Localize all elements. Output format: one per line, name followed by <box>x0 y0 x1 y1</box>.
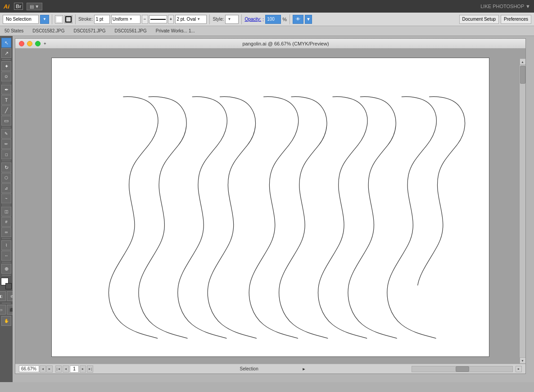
stroke-line-preview <box>150 19 166 20</box>
stroke-plus-btn[interactable]: + <box>168 15 174 24</box>
visibility-dropdown-btn[interactable]: ▼ <box>305 15 312 24</box>
mesh-icon: # <box>5 220 7 224</box>
document-titlebar: ✦ pangolin.ai @ 66.67% (CMYK/Preview) <box>15 39 525 49</box>
menu-dropdown-arrow: ▼ <box>35 4 39 9</box>
scroll-down-btn[interactable]: ▼ <box>520 357 526 364</box>
color-mode-btn[interactable]: ◧ <box>0 291 6 301</box>
scroll-track-right[interactable] <box>520 65 526 357</box>
mesh-tool-btn[interactable]: # <box>1 217 11 227</box>
stroke-value-input[interactable] <box>94 15 110 24</box>
top-menu-bar: Ai Br ▤ ▼ LIKE PHOTOSHOP ▼ <box>0 0 534 13</box>
document-window: ✦ pangolin.ai @ 66.67% (CMYK/Preview) <box>15 38 526 374</box>
br-logo-icon[interactable]: Br <box>14 3 23 10</box>
left-toolbar: ↖ ↗ ✦ ⊙ ✒ T ╱ ▭ ✎ ✏ ◻ <box>0 36 13 382</box>
tool-sep-7 <box>2 262 11 262</box>
hand-tool-btn[interactable]: ✋ <box>1 316 11 326</box>
tab-private-works[interactable]: Private Works... 1... <box>151 28 199 33</box>
document-setup-button[interactable]: Document Setup <box>459 15 499 24</box>
type-tool-btn[interactable]: T <box>1 95 11 105</box>
stroke-preview <box>149 15 167 23</box>
pen-tool-btn[interactable]: ✒ <box>1 85 11 95</box>
zoom-down-btn[interactable]: ◄ <box>40 365 46 373</box>
main-toolbar: No Selection ▼ Stroke: Uniform ▼ − + 2 p… <box>0 13 534 26</box>
fill-color-inner <box>56 16 62 23</box>
direct-selection-tool-btn[interactable]: ↗ <box>1 48 11 58</box>
gradient-tool-btn[interactable]: ◫ <box>1 207 11 216</box>
menu-grid-icon: ▤ <box>30 4 34 9</box>
warp-tool-btn[interactable]: ~ <box>1 194 11 203</box>
horizontal-scrollbar[interactable] <box>412 366 513 372</box>
no-selection-dropdown[interactable]: ▼ <box>40 15 49 24</box>
tool-sep-5 <box>2 205 11 205</box>
tool-sep-1 <box>2 59 11 60</box>
scroll-thumb-right[interactable] <box>520 66 525 84</box>
minimize-button[interactable] <box>27 41 32 46</box>
selection-tool-icon: ↖ <box>5 40 9 46</box>
paintbrush-tool-btn[interactable]: ✎ <box>1 129 11 139</box>
tab-dsc01561[interactable]: DSC01561.JPG <box>110 28 151 33</box>
eraser-icon: ◻ <box>5 153 8 157</box>
measure-tool-btn[interactable]: ↔ <box>1 251 11 261</box>
brush-dropdown[interactable]: 2 pt. Oval ▼ <box>175 15 207 24</box>
normal-screen-btn[interactable]: ▭ <box>0 305 6 315</box>
stroke-type-dropdown[interactable]: Uniform ▼ <box>111 15 140 24</box>
lasso-tool-btn[interactable]: ⊙ <box>1 72 11 81</box>
next-page-btn[interactable]: ► <box>80 365 86 373</box>
style-dropdown[interactable]: ▼ <box>225 15 239 24</box>
tab-dsc01582[interactable]: DSC01582.JPG <box>28 28 69 33</box>
brush-arrow: ▼ <box>197 17 200 21</box>
opacity-input[interactable] <box>265 15 281 24</box>
selection-group: No Selection ▼ <box>3 15 49 24</box>
artboard <box>51 58 489 357</box>
hand-icon: ✋ <box>4 319 9 323</box>
visibility-btn[interactable]: 👁 <box>293 15 303 24</box>
selection-tool-btn[interactable]: ↖ <box>1 38 11 48</box>
fill-color-swatch[interactable] <box>55 15 63 23</box>
scroll-right-btn[interactable]: ► <box>516 366 522 372</box>
shape-group-1 <box>109 97 187 338</box>
scale-icon: ⊿ <box>5 186 8 190</box>
zoom-tool-btn[interactable]: ⊕ <box>1 264 11 274</box>
rectangle-tool-btn[interactable]: ▭ <box>1 116 11 126</box>
rotate-icon: ↻ <box>5 165 9 171</box>
main-layout: ↖ ↗ ✦ ⊙ ✒ T ╱ ▭ ✎ ✏ ◻ <box>0 36 534 382</box>
scroll-up-btn[interactable]: ▲ <box>520 59 526 65</box>
prev-page-btn[interactable]: ◄ <box>63 365 69 373</box>
maximize-button[interactable] <box>35 41 41 46</box>
blend-tool-btn[interactable]: ∞ <box>1 227 11 237</box>
zoom-up-btn[interactable]: ► <box>46 365 53 373</box>
stroke-color-btn[interactable] <box>5 283 12 289</box>
like-photoshop-label[interactable]: LIKE PHOTOSHOP ▼ <box>480 4 530 9</box>
status-arrow[interactable]: ► <box>302 367 306 371</box>
tab-50-states[interactable]: 50 States <box>0 28 28 33</box>
scale-tool-btn[interactable]: ⊿ <box>1 183 11 193</box>
opacity-colon: : <box>262 17 264 22</box>
eraser-tool-btn[interactable]: ◻ <box>1 149 11 159</box>
stroke-type-arrow: ▼ <box>129 17 133 21</box>
stroke-minus-btn[interactable]: − <box>142 15 148 24</box>
eyedropper-tool-btn[interactable]: ⌇ <box>1 240 11 250</box>
preferences-button[interactable]: Preferences <box>501 15 531 24</box>
menu-icon-button[interactable]: ▤ ▼ <box>27 3 42 10</box>
last-page-btn[interactable]: ►| <box>87 365 93 373</box>
document-icon: ✦ <box>43 41 47 46</box>
pencil-tool-btn[interactable]: ✏ <box>1 139 11 149</box>
status-display: Selection <box>199 366 299 371</box>
zoom-icon: ⊕ <box>5 266 9 272</box>
rotate-tool-btn[interactable]: ↻ <box>1 162 11 172</box>
stroke-width-group: − + <box>142 15 174 24</box>
horizontal-scroll-thumb[interactable] <box>456 366 469 372</box>
reflect-tool-btn[interactable]: ⬡ <box>1 173 11 183</box>
pencil-icon: ✏ <box>5 142 8 146</box>
warp-icon: ~ <box>5 196 7 201</box>
pen-icon: ✒ <box>5 87 9 93</box>
page-number-input[interactable] <box>70 365 79 373</box>
line-tool-btn[interactable]: ╱ <box>1 105 11 115</box>
magic-wand-tool-btn[interactable]: ✦ <box>1 61 11 71</box>
stroke-color-swatch[interactable] <box>64 15 72 23</box>
first-page-btn[interactable]: |◄ <box>55 365 62 373</box>
close-button[interactable] <box>19 41 24 46</box>
color-tool-group <box>1 278 12 289</box>
opacity-label[interactable]: Opacity: <box>244 17 261 22</box>
tab-dsc01571[interactable]: DSC01571.JPG <box>69 28 110 33</box>
